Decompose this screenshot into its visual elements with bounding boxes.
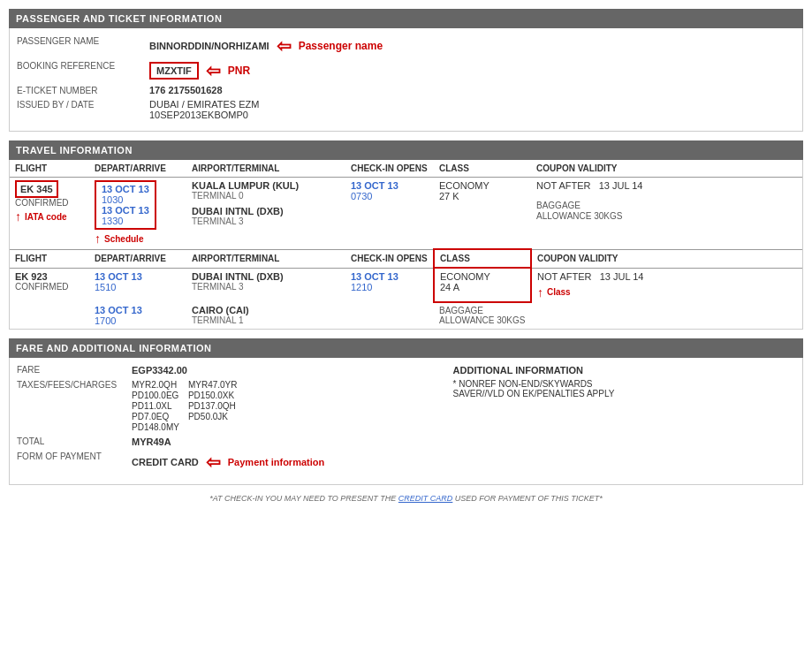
passenger-section-body: PASSENGER NAME BINNORDDIN/NORHIZAMI ⇦ Pa… bbox=[9, 28, 803, 132]
taxes-label: TAXES/FEES/CHARGES bbox=[17, 380, 132, 390]
flight2-depart-date1: 13 OCT 13 bbox=[95, 271, 181, 282]
iata-annotation-text: IATA code bbox=[25, 212, 67, 222]
fare-body: FARE EGP3342.00 TAXES/FEES/CHARGES MYR2.… bbox=[17, 365, 795, 477]
flight2-airport2-name: CAIRO (CAI) bbox=[192, 305, 340, 315]
eticket-label: E-TICKET NUMBER bbox=[17, 85, 149, 95]
tax-3: PD150.0XK bbox=[188, 391, 238, 400]
flight2-num: EK 923 bbox=[15, 271, 84, 282]
booking-ref-value: MZXTIF bbox=[149, 62, 199, 80]
fare-section-body: FARE EGP3342.00 TAXES/FEES/CHARGES MYR2.… bbox=[9, 358, 803, 485]
col2-checkin-header: CHECK-IN OPENS bbox=[345, 249, 434, 268]
flight2-checkin-time: 1210 bbox=[351, 282, 428, 292]
col-class-header: CLASS bbox=[434, 160, 531, 178]
payment-annotation-text: Payment information bbox=[228, 457, 324, 467]
footer-credit-card-text: CREDIT CARD bbox=[398, 494, 453, 503]
flight1-validity-date: 13 JUL 14 bbox=[599, 180, 643, 191]
flight2-row2-empty bbox=[10, 302, 89, 329]
payment-value: CREDIT CARD bbox=[132, 457, 199, 467]
tax-2: PD100.0EG bbox=[132, 391, 179, 400]
flight2-row2: 13 OCT 13 1700 CAIRO (CAI) TERMINAL 1 BA… bbox=[10, 302, 802, 329]
flight2-depart-time2: 1700 bbox=[95, 315, 181, 326]
flight2-baggage-label: BAGGAGE bbox=[439, 306, 526, 315]
issued-line1: DUBAI / EMIRATES EZM bbox=[149, 99, 259, 110]
total-value: MYR49A bbox=[132, 436, 171, 447]
tax-0: MYR2.0QH bbox=[132, 380, 179, 390]
col-flight-header: FLIGHT bbox=[10, 160, 89, 178]
flight1-depart-date2: 13 OCT 13 bbox=[102, 205, 149, 216]
tax-6: PD7.0EQ bbox=[132, 412, 179, 421]
flight2-airport1-terminal: TERMINAL 3 bbox=[192, 282, 340, 292]
passenger-name-arrow: ⇦ bbox=[277, 35, 292, 57]
passenger-name-row: PASSENGER NAME BINNORDDIN/NORHIZAMI ⇦ Pa… bbox=[17, 35, 795, 57]
tax-9 bbox=[188, 422, 238, 432]
flight2-class-line1: ECONOMY bbox=[440, 271, 525, 282]
flight2-row1: EK 923 CONFIRMED 13 OCT 13 1510 DUBAI IN… bbox=[10, 268, 802, 302]
flight1-depart-date1: 13 OCT 13 bbox=[102, 184, 149, 194]
flight2-class2-empty: BAGGAGE ALLOWANCE 30KGS bbox=[434, 302, 531, 329]
col-airport-header: AIRPORT/TERMINAL bbox=[186, 160, 345, 178]
flight2-depart-date2: 13 OCT 13 bbox=[95, 305, 181, 315]
flight2-status: CONFIRMED bbox=[15, 282, 84, 292]
flight1-coupon-cell: NOT AFTER 13 JUL 14 BAGGAGE ALLOWANCE 30… bbox=[531, 178, 802, 249]
class-arrow-icon: ↑ bbox=[537, 285, 543, 300]
passenger-name-label: PASSENGER NAME bbox=[17, 35, 149, 46]
footer-note: *AT CHECK-IN YOU MAY NEED TO PRESENT THE… bbox=[9, 494, 803, 503]
col2-airport-header: AIRPORT/TERMINAL bbox=[186, 249, 345, 268]
flight2-airport2-cell: CAIRO (CAI) TERMINAL 1 bbox=[186, 302, 345, 329]
eticket-row: E-TICKET NUMBER 176 2175501628 bbox=[17, 85, 795, 95]
col-depart-header: DEPART/ARRIVE bbox=[89, 160, 186, 178]
eticket-value: 176 2175501628 bbox=[149, 85, 223, 95]
flight2-checkin-cell: 13 OCT 13 1210 bbox=[345, 268, 434, 302]
col2-coupon-header: COUPON VALIDITY bbox=[531, 249, 802, 268]
passenger-section: PASSENGER AND TICKET INFORMATION PASSENG… bbox=[9, 9, 803, 132]
tax-7: PD50.0JK bbox=[188, 412, 238, 421]
iata-arrow-icon: ↑ bbox=[15, 209, 21, 224]
flight2-airport1-name: DUBAI INTNL (DXB) bbox=[192, 271, 340, 282]
pnr-arrow: ⇦ bbox=[206, 60, 221, 81]
taxes-values: MYR2.0QH MYR47.0YR PD100.0EG PD150.0XK P… bbox=[132, 380, 238, 432]
flight2-header-row: FLIGHT DEPART/ARRIVE AIRPORT/TERMINAL CH… bbox=[10, 249, 802, 268]
class-annotation: ↑ Class bbox=[537, 285, 797, 300]
issued-line2: 10SEP2013EKBOMP0 bbox=[149, 110, 259, 120]
payment-row: FORM OF PAYMENT CREDIT CARD ⇦ Payment in… bbox=[17, 452, 436, 473]
additional-info-header: ADDITIONAL INFORMATION bbox=[453, 365, 795, 376]
flight1-num: EK 345 bbox=[20, 184, 53, 194]
flight2-not-after: NOT AFTER bbox=[537, 271, 592, 282]
flight2-checkin2-empty bbox=[345, 302, 434, 329]
payment-label: FORM OF PAYMENT bbox=[17, 452, 132, 461]
flight2-coupon-row: NOT AFTER 13 JUL 14 bbox=[537, 271, 797, 282]
issued-value: DUBAI / EMIRATES EZM 10SEP2013EKBOMP0 bbox=[149, 99, 259, 120]
flight1-not-after: NOT AFTER bbox=[536, 180, 591, 191]
travel-table-header-row: FLIGHT DEPART/ARRIVE AIRPORT/TERMINAL CH… bbox=[10, 160, 802, 178]
schedule-arrow-icon: ↑ bbox=[95, 231, 101, 246]
issued-label: ISSUED BY / DATE bbox=[17, 99, 149, 110]
flight1-class-line1: ECONOMY bbox=[439, 180, 526, 191]
fare-label: FARE bbox=[17, 365, 132, 375]
flight2-coupon2-empty bbox=[531, 302, 802, 329]
flight1-depart-time2: 1330 bbox=[102, 216, 149, 226]
flight2-arrive-cell: 13 OCT 13 1700 bbox=[89, 302, 186, 329]
additional-info-line1: * NONREF NON-END/SKYWARDS bbox=[453, 379, 795, 389]
tax-4: PD11.0XL bbox=[132, 401, 179, 411]
flight1-depart-time1: 1030 bbox=[102, 194, 149, 205]
passenger-name-value: BINNORDDIN/NORHIZAMI bbox=[149, 41, 269, 51]
col2-class-header: CLASS bbox=[434, 249, 531, 268]
flight2-class-line2: 24 A bbox=[440, 282, 525, 292]
payment-arrow-icon: ⇦ bbox=[206, 452, 221, 473]
total-row: TOTAL MYR49A bbox=[17, 436, 436, 447]
flight1-num-cell: EK 345 CONFIRMED ↑ IATA code bbox=[10, 178, 89, 249]
class-annotation-text: Class bbox=[547, 287, 571, 297]
pnr-annotation: PNR bbox=[228, 64, 250, 77]
flight2-validity-date: 13 JUL 14 bbox=[600, 271, 644, 282]
schedule-annotation: ↑ Schedule bbox=[95, 231, 181, 246]
col2-flight-header: FLIGHT bbox=[10, 249, 89, 268]
flight2-class-cell: ECONOMY 24 A bbox=[434, 268, 531, 302]
flight2-num-cell: EK 923 CONFIRMED bbox=[10, 268, 89, 302]
footer-text-pre: *AT CHECK-IN YOU MAY NEED TO PRESENT THE bbox=[209, 494, 398, 503]
fare-section-header: FARE AND ADDITIONAL INFORMATION bbox=[9, 338, 803, 358]
flight1-status: CONFIRMED bbox=[15, 198, 84, 208]
flight1-baggage-label: BAGGAGE bbox=[536, 201, 581, 210]
taxes-row: TAXES/FEES/CHARGES MYR2.0QH MYR47.0YR PD… bbox=[17, 380, 436, 432]
flight2-coupon-cell: NOT AFTER 13 JUL 14 ↑ Class bbox=[531, 268, 802, 302]
flight1-depart-cell: 13 OCT 13 1030 13 OCT 13 1330 ↑ Schedule bbox=[89, 178, 186, 249]
